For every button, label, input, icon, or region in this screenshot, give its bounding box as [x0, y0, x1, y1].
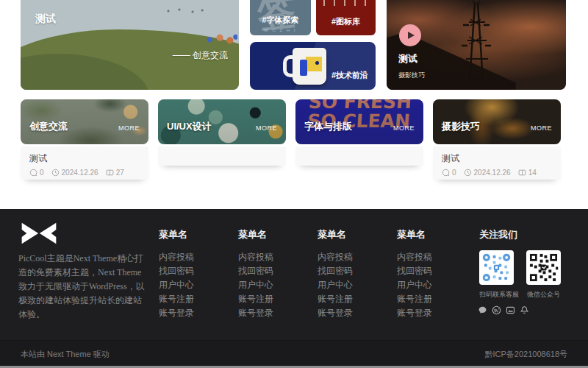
footer-menu-column: 菜单名 内容投稿 找回密码 用户中心 账号注册 账号登录	[159, 228, 229, 323]
site-footer: PicCool主题是Next Theme精心打造的免费素材主题，Next The…	[0, 209, 588, 340]
landscape-flowers-shape	[204, 32, 237, 46]
topic-label: #图标库	[316, 16, 376, 27]
landscape-birds-shape	[162, 7, 206, 15]
menu-item-reset-password[interactable]: 找回密码	[238, 267, 309, 275]
menu-item-reset-password[interactable]: 找回密码	[159, 267, 229, 275]
powered-by-link[interactable]: 本站由 Next Theme 驱动	[21, 349, 110, 360]
menu-item-submit[interactable]: 内容投稿	[318, 253, 388, 261]
menu-item-login[interactable]: 账号登录	[397, 309, 467, 317]
post-date: 2024.12.26	[464, 169, 511, 177]
menu-item-submit[interactable]: 内容投稿	[159, 253, 229, 261]
follow-us-title: 关注我们	[479, 228, 567, 241]
category-name: 创意交流	[29, 120, 68, 133]
featured-post-title: 测试	[35, 13, 56, 26]
category-section: 创意交流 MORE 测试 0 2024.12.26 27	[21, 99, 561, 180]
menu-item-register[interactable]: 账号注册	[238, 295, 309, 303]
footer-menu-column: 菜单名 内容投稿 找回密码 用户中心 账号注册 账号登录	[397, 228, 467, 323]
wordpress-icon[interactable]	[492, 305, 501, 315]
featured-post-category: —— 创意交流	[173, 49, 228, 62]
menu-title: 菜单名	[238, 228, 309, 241]
menu-item-reset-password[interactable]: 找回密码	[397, 267, 467, 275]
menu-item-submit[interactable]: 内容投稿	[397, 253, 467, 261]
category-post-list	[295, 146, 423, 166]
menu-item-reset-password[interactable]: 找回密码	[318, 267, 388, 275]
more-link[interactable]: MORE	[256, 124, 277, 132]
topic-label: #技术前沿	[331, 70, 368, 81]
post-meta: 0 2024.12.26 14	[442, 169, 552, 177]
play-icon	[408, 32, 415, 39]
view-count: 14	[518, 169, 537, 177]
hero-section: 测试 —— 创意交流 签 #字体探索 M O Z H I #图标库 #	[21, 0, 566, 90]
icp-license-link[interactable]: 黔ICP备2021008618号	[484, 349, 567, 360]
video-post-title: 测试	[398, 52, 417, 66]
menu-item-login[interactable]: 账号登录	[318, 309, 388, 317]
follow-us-section: 关注我们	[479, 228, 567, 300]
category-banner-typography[interactable]: SO FRESH SO CLEAN 字体与排版 MORE	[295, 99, 423, 144]
views-icon	[106, 169, 114, 177]
menu-item-register[interactable]: 账号注册	[397, 295, 467, 303]
qr-code-row: 扫码联系客服	[479, 250, 567, 300]
tick-marks-decoration	[323, 0, 368, 6]
category-post-list: 测试 0 2024.12.26 14	[433, 146, 561, 180]
topic-card-fonts[interactable]: 签 #字体探索 M O Z H I	[250, 0, 311, 35]
menu-item-register[interactable]: 账号注册	[318, 295, 388, 303]
play-button[interactable]	[399, 24, 421, 46]
menu-item-login[interactable]: 账号登录	[238, 309, 309, 317]
qr-wechat-label: 微信公众号	[526, 290, 561, 300]
view-count: 27	[106, 169, 124, 177]
menu-item-user-center[interactable]: 用户中心	[238, 281, 309, 289]
category-post-list	[158, 146, 286, 166]
mug-bar-shape	[300, 60, 307, 76]
menu-item-user-center[interactable]: 用户中心	[318, 281, 388, 289]
mug-sticker-shape	[306, 57, 322, 71]
bell-icon[interactable]	[520, 305, 529, 315]
menu-item-user-center[interactable]: 用户中心	[397, 281, 467, 289]
social-icons-row	[478, 305, 534, 315]
more-link[interactable]: MORE	[531, 124, 552, 132]
more-link[interactable]: MORE	[118, 124, 140, 132]
comments-icon	[29, 169, 37, 177]
qr-support: 扫码联系客服	[479, 250, 514, 300]
homepage: 测试 —— 创意交流 签 #字体探索 M O Z H I #图标库 #	[0, 0, 588, 368]
infinity-logo	[21, 222, 57, 245]
views-icon	[518, 169, 526, 177]
qr-support-label: 扫码联系客服	[479, 290, 514, 300]
qr-wechat: 微信公众号	[526, 250, 561, 300]
topic-label: #字体探索	[250, 15, 311, 26]
category-banner-uiux[interactable]: UI/UX设计 MORE	[158, 99, 286, 144]
qr-code-wechat	[526, 250, 561, 285]
featured-post-card[interactable]: 测试 —— 创意交流	[21, 0, 239, 90]
comment-count: 0	[29, 169, 44, 177]
media-icon[interactable]	[506, 305, 515, 315]
post-title-link[interactable]: 测试	[29, 152, 140, 165]
mug-dot-shape	[315, 61, 319, 65]
category-banner-photography[interactable]: 摄影技巧 MORE	[433, 99, 561, 144]
category-name: UI/UX设计	[167, 120, 212, 133]
chat-icon[interactable]	[478, 305, 487, 315]
menu-title: 菜单名	[159, 228, 229, 241]
category-block-typography: SO FRESH SO CLEAN 字体与排版 MORE	[295, 99, 423, 180]
video-post-category: 摄影技巧	[398, 71, 425, 80]
menu-item-submit[interactable]: 内容投稿	[238, 253, 309, 261]
category-post-list: 测试 0 2024.12.26 27	[21, 146, 148, 180]
topic-card-tech[interactable]: #技术前沿	[250, 42, 376, 90]
comment-count: 0	[442, 169, 456, 177]
category-name: 摄影技巧	[442, 120, 480, 133]
menu-item-register[interactable]: 账号注册	[159, 295, 229, 303]
category-banner-creative[interactable]: 创意交流 MORE	[21, 99, 148, 144]
more-link[interactable]: MORE	[393, 124, 415, 132]
topic-card-icon-library[interactable]: #图标库	[316, 0, 376, 35]
footer-menu-column: 菜单名 内容投稿 找回密码 用户中心 账号注册 账号登录	[238, 228, 309, 323]
menu-item-user-center[interactable]: 用户中心	[159, 281, 229, 289]
category-name: 字体与排版	[304, 120, 352, 133]
comments-icon	[442, 169, 450, 177]
post-title-link[interactable]: 测试	[442, 152, 552, 165]
footer-menu-column: 菜单名 内容投稿 找回密码 用户中心 账号注册 账号登录	[318, 228, 388, 323]
menu-item-login[interactable]: 账号登录	[159, 309, 229, 317]
post-meta: 0 2024.12.26 27	[29, 169, 140, 177]
video-post-card[interactable]: 测试 摄影技巧	[387, 0, 566, 90]
topic-subtext: M O Z H I	[250, 28, 311, 32]
copyright-bar: 本站由 Next Theme 驱动 黔ICP备2021008618号	[0, 340, 588, 366]
post-date: 2024.12.26	[51, 169, 98, 177]
hero-topics-column: 签 #字体探索 M O Z H I #图标库 #技术前沿	[250, 0, 376, 90]
